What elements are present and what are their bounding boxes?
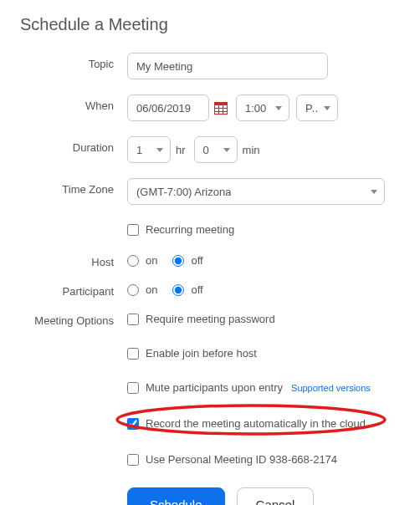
timezone-value: (GMT-7:00) Arizona: [136, 186, 231, 198]
schedule-button[interactable]: Schedule: [127, 487, 225, 505]
chevron-down-icon: [275, 106, 282, 110]
auto-record-label: Record the meeting automatically in the …: [146, 417, 366, 430]
mute-entry-label: Mute participants upon entry: [146, 381, 283, 394]
chevron-down-icon: [371, 190, 377, 194]
host-off-radio[interactable]: [172, 255, 184, 267]
duration-label: Duration: [20, 136, 127, 154]
timezone-label: Time Zone: [20, 178, 127, 196]
join-before-host-label: Enable join before host: [146, 347, 257, 360]
mute-entry-line[interactable]: Mute participants upon entry: [127, 381, 283, 394]
date-value: 06/06/2019: [136, 102, 191, 115]
join-before-host-checkbox[interactable]: [127, 348, 139, 360]
participant-on-label: on: [146, 283, 157, 296]
recurring-checkbox-line[interactable]: Recurring meeting: [127, 220, 234, 239]
hr-unit: hr: [176, 144, 186, 156]
mute-entry-checkbox[interactable]: [127, 382, 139, 394]
participant-on-radio-line[interactable]: on: [127, 283, 157, 296]
use-pmi-line[interactable]: Use Personal Meeting ID 938-668-2174: [127, 450, 371, 469]
calendar-icon[interactable]: [214, 102, 228, 115]
host-on-radio[interactable]: [127, 255, 139, 267]
participant-label: Participant: [20, 280, 127, 298]
join-before-host-line[interactable]: Enable join before host: [127, 344, 371, 363]
page-title: Schedule a Meeting: [20, 15, 400, 34]
time-select[interactable]: 1:00: [236, 94, 289, 121]
require-password-checkbox[interactable]: [127, 314, 139, 325]
time-value: 1:00: [245, 102, 266, 115]
topic-label: Topic: [20, 53, 127, 70]
recurring-label: Recurring meeting: [146, 223, 234, 236]
use-pmi-label: Use Personal Meeting ID 938-668-2174: [146, 453, 337, 466]
host-label: Host: [20, 251, 127, 268]
use-pmi-checkbox[interactable]: [127, 454, 139, 466]
supported-versions-link[interactable]: Supported versions: [291, 383, 371, 393]
duration-hours-select[interactable]: 1: [127, 136, 171, 163]
host-on-label: on: [146, 254, 157, 267]
options-label: Meeting Options: [20, 309, 127, 327]
host-off-label: off: [191, 254, 202, 267]
duration-hours-value: 1: [136, 144, 142, 156]
participant-off-label: off: [191, 283, 202, 296]
host-on-radio-line[interactable]: on: [127, 254, 157, 267]
recurring-checkbox[interactable]: [127, 224, 139, 236]
chevron-down-icon: [324, 106, 330, 110]
ampm-value: P...: [305, 102, 319, 115]
duration-minutes-value: 0: [203, 144, 209, 156]
require-password-line[interactable]: Require meeting password: [127, 309, 371, 329]
duration-minutes-select[interactable]: 0: [194, 136, 238, 163]
require-password-label: Require meeting password: [146, 313, 275, 325]
auto-record-checkbox[interactable]: [127, 418, 139, 430]
cancel-button[interactable]: Cancel: [237, 487, 315, 505]
host-off-radio-line[interactable]: off: [172, 254, 202, 267]
participant-off-radio[interactable]: [172, 284, 184, 296]
min-unit: min: [243, 144, 260, 156]
topic-input[interactable]: My Meeting: [127, 53, 328, 79]
auto-record-line[interactable]: Record the meeting automatically in the …: [127, 414, 371, 433]
ampm-select[interactable]: P...: [296, 94, 338, 121]
participant-off-radio-line[interactable]: off: [172, 283, 202, 296]
chevron-down-icon: [223, 148, 230, 152]
timezone-select[interactable]: (GMT-7:00) Arizona: [127, 178, 385, 205]
participant-on-radio[interactable]: [127, 284, 139, 296]
chevron-down-icon: [156, 148, 163, 152]
date-select[interactable]: 06/06/2019: [127, 94, 209, 121]
when-label: When: [20, 94, 127, 112]
